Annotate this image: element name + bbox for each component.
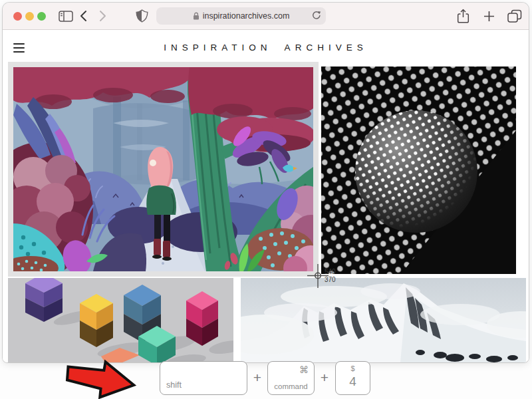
- four-key: $ 4: [335, 361, 370, 395]
- red-arrow-icon: [65, 359, 140, 399]
- shift-key-label: shift: [166, 380, 182, 390]
- four-key-symbol: $: [336, 364, 370, 372]
- page-title: INSPIRATION ARCHIVES: [3, 43, 529, 53]
- gallery-item-color-cubes[interactable]: [8, 278, 233, 362]
- halftone-sphere-image: [321, 66, 516, 274]
- minimize-window-button[interactable]: [25, 12, 34, 21]
- back-icon[interactable]: [79, 10, 87, 22]
- coordinate-x-label: 540: [325, 268, 336, 275]
- new-tab-icon[interactable]: [483, 11, 495, 22]
- url-field[interactable]: inspirationarchives.com: [156, 7, 326, 25]
- privacy-shield-icon[interactable]: [136, 9, 148, 23]
- color-cubes-image: [8, 278, 233, 362]
- share-icon[interactable]: [457, 9, 469, 24]
- forest-illustration-image: [13, 67, 313, 271]
- lock-icon: [193, 12, 200, 21]
- command-key-symbol: ⌘: [299, 364, 309, 375]
- screen: inspirationarchives.com: [0, 0, 532, 399]
- gallery-item-forest-illustration[interactable]: [8, 62, 319, 277]
- forward-icon[interactable]: [99, 10, 107, 22]
- coordinate-y-label: 370: [325, 276, 336, 283]
- safari-window: inspirationarchives.com: [3, 3, 529, 362]
- four-key-label: 4: [336, 374, 370, 389]
- browser-toolbar: inspirationarchives.com: [3, 3, 529, 30]
- plus-separator: +: [318, 370, 331, 386]
- gallery-item-snowy-mountain[interactable]: [241, 278, 526, 362]
- sidebar-toggle-icon[interactable]: [59, 11, 73, 22]
- command-key: ⌘ command: [267, 361, 315, 395]
- reload-icon[interactable]: [311, 11, 321, 21]
- webpage: INSPIRATION ARCHIVES: [3, 30, 529, 362]
- shift-key: shift: [160, 361, 247, 395]
- command-key-label: command: [268, 382, 314, 390]
- snowy-mountain-image: [241, 278, 526, 362]
- close-window-button[interactable]: [13, 12, 22, 21]
- url-text: inspirationarchives.com: [203, 11, 290, 21]
- plus-separator: +: [251, 370, 264, 386]
- crosshair-cursor: 540 370: [303, 261, 350, 297]
- zoom-window-button[interactable]: [37, 12, 46, 21]
- gallery-item-halftone-sphere[interactable]: [321, 66, 516, 274]
- tab-overview-icon[interactable]: [507, 9, 523, 23]
